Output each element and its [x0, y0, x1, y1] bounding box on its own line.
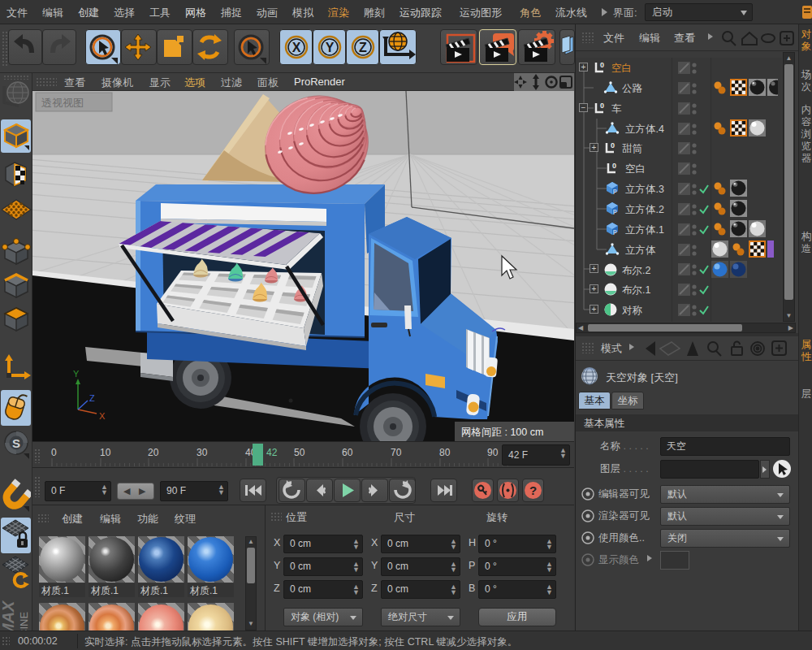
- svg-text:30: 30: [197, 447, 208, 458]
- svg-text:0: 0: [611, 141, 615, 150]
- svg-text:网格间距 : 100 cm: 网格间距 : 100 cm: [461, 427, 543, 438]
- svg-text:Z: Z: [359, 41, 367, 54]
- svg-text:透视视图: 透视视图: [41, 97, 84, 109]
- svg-text:0: 0: [51, 447, 57, 458]
- svg-text:p: p: [613, 187, 617, 194]
- svg-text:50: 50: [294, 447, 305, 458]
- svg-text:60: 60: [342, 447, 353, 458]
- svg-text:0: 0: [600, 61, 604, 69]
- svg-text:X: X: [99, 411, 106, 421]
- svg-text:Y: Y: [326, 41, 335, 54]
- svg-text:X: X: [292, 41, 301, 54]
- svg-text:90: 90: [487, 447, 499, 458]
- svg-text:10: 10: [100, 447, 111, 458]
- svg-text:70: 70: [391, 447, 402, 458]
- svg-text:0: 0: [612, 162, 616, 170]
- svg-text:0: 0: [600, 102, 604, 110]
- svg-text:p: p: [613, 228, 617, 235]
- svg-text:?: ?: [529, 483, 537, 497]
- svg-text:p: p: [613, 207, 617, 214]
- svg-text:Z: Z: [89, 393, 95, 403]
- svg-text:Y: Y: [73, 369, 80, 379]
- svg-text:42: 42: [266, 447, 278, 458]
- svg-text:80: 80: [439, 447, 451, 458]
- svg-text:20: 20: [148, 447, 159, 458]
- svg-text:S: S: [12, 436, 20, 450]
